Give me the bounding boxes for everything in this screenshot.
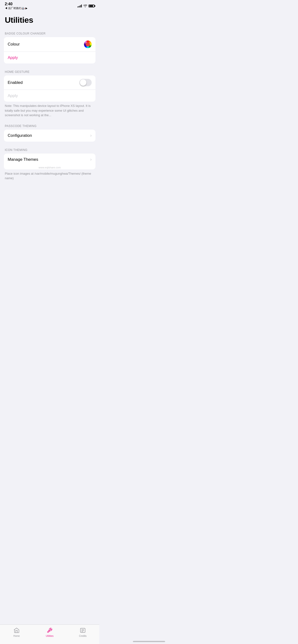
enabled-row: Enabled (4, 76, 95, 90)
icon-theming-card: Manage Themes › www.eqlshare.com (4, 154, 95, 170)
colour-row[interactable]: Colour (4, 37, 95, 52)
status-icons (77, 4, 95, 8)
manage-themes-row[interactable]: Manage Themes › (4, 154, 95, 166)
watermark: www.eqlshare.com (4, 166, 95, 170)
colour-label: Colour (8, 42, 20, 47)
color-ring (84, 40, 92, 48)
configuration-chevron: › (90, 133, 92, 138)
icon-theming-note: Place icon images at /var/mobile/mugungh… (0, 170, 99, 181)
status-left: 2:40 ◀ 后厂村路灯🤖 ▶ (5, 2, 27, 10)
badge-colour-header: BADGE COLOUR CHANGER (0, 32, 99, 37)
manage-themes-chevron: › (90, 157, 92, 162)
status-media: ◀ 后厂村路灯🤖 ▶ (5, 6, 27, 10)
status-time: 2:40 (5, 2, 13, 6)
enabled-toggle[interactable] (79, 79, 92, 86)
color-picker-icon[interactable] (84, 40, 92, 48)
passcode-theming-header: PASSCODE THEMING (0, 124, 99, 130)
passcode-theming-section: PASSCODE THEMING Configuration › (0, 124, 99, 142)
battery-icon (89, 4, 95, 8)
home-gesture-note: Note: This manipulates device layout to … (0, 102, 99, 118)
configuration-row[interactable]: Configuration › (4, 130, 95, 142)
home-gesture-apply-row: Apply (4, 90, 95, 102)
configuration-label: Configuration (8, 133, 32, 138)
color-inner (86, 42, 90, 46)
badge-apply-row[interactable]: Apply (4, 52, 95, 64)
home-gesture-apply-label: Apply (8, 94, 18, 98)
home-gesture-header: HOME GESTURE (0, 70, 99, 76)
badge-colour-card: Colour Apply (4, 37, 95, 64)
badge-apply-label[interactable]: Apply (8, 55, 18, 60)
status-bar: 2:40 ◀ 后厂村路灯🤖 ▶ (0, 0, 99, 10)
icon-theming-header: ICON THEMING (0, 148, 99, 154)
home-gesture-section: HOME GESTURE Enabled Apply Note: This ma… (0, 70, 99, 118)
wifi-icon (83, 4, 87, 8)
signal-icon (77, 4, 82, 8)
manage-themes-label: Manage Themes (8, 157, 38, 162)
enabled-label: Enabled (8, 80, 23, 85)
home-gesture-card: Enabled Apply (4, 76, 95, 102)
badge-colour-section: BADGE COLOUR CHANGER Colour Apply (0, 32, 99, 64)
icon-theming-section: ICON THEMING Manage Themes › www.eqlshar… (0, 148, 99, 181)
passcode-theming-card: Configuration › (4, 130, 95, 142)
page-title: Utilities (0, 10, 99, 32)
toggle-knob (80, 79, 86, 86)
